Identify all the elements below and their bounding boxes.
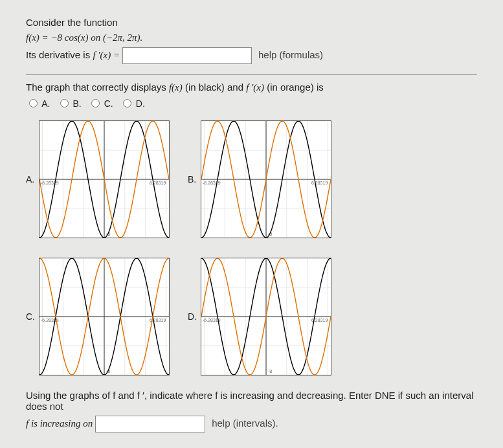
label-c: C.	[26, 311, 39, 322]
radio-a-text: A.	[41, 98, 50, 109]
svg-text:-6.28319: -6.28319	[41, 181, 59, 185]
label-b: B.	[188, 174, 201, 185]
derivative-input[interactable]	[122, 47, 252, 64]
graph-question: The graph that correctly displays f(x) (…	[26, 82, 477, 93]
increasing-row: f is increasing on help (intervals).	[26, 416, 477, 432]
derivative-prompt: Its derivative is	[26, 49, 93, 60]
radio-d[interactable]	[123, 99, 131, 107]
using-graphs-text: Using the graphs of f and f ′, indicate …	[26, 390, 477, 412]
graph-question-mid1: (in black) and	[185, 82, 246, 93]
choice-radios: A. B. C. D.	[26, 97, 477, 109]
increasing-label: f is increasing on	[26, 418, 95, 429]
svg-text:-8: -8	[268, 369, 272, 374]
graph-question-pre: The graph that correctly displays	[26, 82, 169, 93]
derivative-row: Its derivative is f ′(x) = help (formula…	[26, 47, 477, 64]
graph-c: -6.283196.28319-8	[39, 258, 170, 375]
svg-text:-6.28319: -6.28319	[203, 181, 221, 185]
graph-question-mid2: (in orange) is	[267, 82, 324, 93]
radio-c-text: C.	[104, 98, 113, 109]
radio-d-text: D.	[136, 98, 145, 109]
radio-b-label[interactable]: B.	[57, 98, 82, 109]
help-formulas-link[interactable]: help (formulas)	[258, 49, 323, 60]
graph-d: -6.283196.28319-8	[201, 258, 331, 375]
graph-grid: A. -6.283196.28319-8 B. -6.283196.28319-…	[26, 120, 477, 375]
svg-text:6.28319: 6.28319	[150, 181, 166, 185]
graph-question-f: f(x)	[169, 82, 183, 93]
radio-d-label[interactable]: D.	[120, 98, 145, 109]
svg-text:6.28319: 6.28319	[311, 181, 328, 185]
radio-b-text: B.	[73, 98, 81, 109]
label-a: A.	[26, 174, 39, 185]
graph-a: -6.283196.28319-8	[39, 120, 170, 238]
graph-question-fp: f ′(x)	[246, 82, 264, 93]
radio-c-label[interactable]: C.	[88, 98, 113, 109]
radio-c[interactable]	[91, 99, 100, 107]
intro-text: Consider the function	[26, 17, 477, 28]
divider	[26, 74, 477, 75]
radio-b[interactable]	[60, 99, 69, 107]
derivative-math: f ′(x) =	[93, 50, 122, 60]
help-intervals-link[interactable]: help (intervals).	[212, 418, 278, 429]
function-definition: f(x) = −8 cos(x) on (−2π, 2π).	[26, 32, 477, 43]
function-formula: f(x) = −8 cos(x) on (−2π, 2π).	[26, 32, 142, 43]
radio-a-label[interactable]: A.	[26, 98, 50, 109]
graph-b: -6.283196.28319-8	[201, 120, 331, 238]
increasing-input[interactable]	[95, 416, 205, 432]
radio-a[interactable]	[29, 99, 38, 107]
label-d: D.	[188, 311, 201, 322]
